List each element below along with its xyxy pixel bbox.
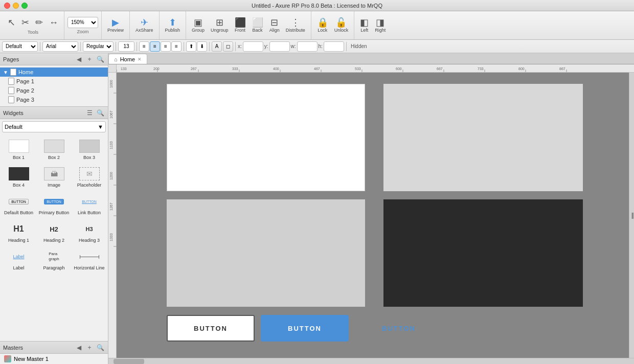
lock-button[interactable]: 🔒 Lock	[314, 16, 331, 34]
tab-close-icon[interactable]: ✕	[138, 57, 142, 62]
distribute-button[interactable]: ⋮ Distribute	[283, 16, 308, 34]
preview-button[interactable]: ▶ Preview	[105, 16, 126, 34]
tab-home[interactable]: ⌂ Home ✕	[108, 54, 147, 64]
box4-label: Box 4	[13, 183, 25, 188]
fill-color-button[interactable]: ◻	[223, 41, 233, 52]
valign-top-button[interactable]: ⬆	[186, 41, 196, 52]
widget-box2[interactable]: Box 2	[37, 136, 71, 162]
align-buttons: ≡ ≡ ≡ ≡	[139, 41, 182, 52]
page3-label: Page 3	[16, 97, 34, 103]
canvas-widget-btn-link[interactable]: BUTTON	[355, 315, 443, 342]
font-color-button[interactable]: A	[212, 41, 222, 52]
widget-box1[interactable]: Box 1	[2, 136, 35, 162]
font-size-input[interactable]	[118, 41, 134, 52]
svg-text:667: 667	[437, 67, 443, 71]
widget-default-button[interactable]: BUTTON Default Button	[2, 192, 35, 217]
valign-mid-button[interactable]: ⬇	[197, 41, 207, 52]
svg-text:867: 867	[559, 67, 565, 71]
canvas-widget-btn-primary[interactable]: BUTTON	[261, 315, 349, 342]
canvas-widget-box-light-1[interactable]	[383, 84, 583, 191]
widget-box3[interactable]: Box 3	[73, 136, 106, 162]
page-item-home[interactable]: ▼ Home	[0, 67, 108, 77]
publish-group: ⬆ Publish	[160, 11, 187, 39]
canvas[interactable]: BUTTON BUTTON BUTTON	[117, 73, 629, 358]
page-item-3[interactable]: Page 3	[0, 95, 108, 104]
master-item-label: New Master 1	[14, 356, 49, 362]
widget-primary-button[interactable]: BUTTON Primary Button	[37, 192, 71, 217]
right-panel-handle[interactable]: ▐	[629, 73, 634, 358]
weight-select[interactable]: Regular Bold Italic	[83, 41, 114, 52]
ungroup-button[interactable]: ⊞ Ungroup	[208, 16, 231, 34]
widget-hline[interactable]: Horizontal Line	[73, 247, 106, 272]
group-button[interactable]: ▣ Group	[189, 16, 207, 34]
widget-image[interactable]: 🏔 Image	[37, 164, 71, 190]
svg-text:133: 133	[121, 67, 127, 71]
canvas-scroll[interactable]: 1000 1067 1133 1200 1267 1333	[108, 73, 634, 358]
select-tool-button[interactable]: ↖	[5, 16, 18, 29]
format-bar: Default Arial Regular Bold Italic ≡ ≡ ≡ …	[0, 40, 634, 53]
pages-back-icon[interactable]: ◀	[74, 55, 83, 64]
pages-search-icon[interactable]: 🔍	[96, 55, 105, 64]
box1-thumb	[9, 140, 29, 153]
tab-bar: ⌂ Home ✕	[108, 53, 634, 64]
pen-tool-button[interactable]: ✏	[33, 16, 46, 29]
align-label: Align	[269, 28, 280, 33]
axshare-group: ✈ AxShare	[130, 11, 160, 39]
font-select[interactable]: Arial	[42, 41, 78, 52]
masters-search-icon[interactable]: 🔍	[96, 343, 105, 352]
page-item-1[interactable]: Page 1	[0, 77, 108, 86]
widget-paragraph[interactable]: Paragraph Paragraph	[37, 247, 71, 272]
hidden-label: Hidden	[351, 43, 367, 49]
canvas-widget-box-dark[interactable]	[383, 199, 583, 307]
align-justify-button[interactable]: ≡	[171, 41, 182, 52]
x-input[interactable]	[243, 41, 263, 52]
left-panel-button[interactable]: ◧ Left	[357, 16, 371, 34]
y-input[interactable]	[269, 41, 290, 52]
widgets-menu-icon[interactable]: ☰	[85, 108, 94, 118]
close-button[interactable]	[4, 3, 10, 9]
canvas-widget-box-white[interactable]	[167, 84, 365, 191]
align-button[interactable]: ⊟ Align	[267, 16, 282, 34]
align-left-button[interactable]: ≡	[139, 41, 149, 52]
preview-icon: ▶	[112, 18, 119, 27]
publish-button[interactable]: ⬆ Publish	[163, 16, 183, 34]
minimize-button[interactable]	[13, 3, 19, 9]
canvas-widget-btn-default[interactable]: BUTTON	[167, 315, 255, 342]
h-input[interactable]	[324, 41, 344, 52]
back-button[interactable]: ⬜ Back	[250, 16, 266, 34]
cut-tool-button[interactable]: ✂	[19, 16, 32, 29]
widgets-grid: Box 1 Box 2 Box 3 Box 4	[0, 134, 108, 275]
widget-link-button[interactable]: BUTTON Link Button	[73, 192, 106, 217]
unlock-button[interactable]: 🔓 Unlock	[332, 16, 351, 34]
widget-placeholder[interactable]: ✉ Placeholder	[73, 164, 106, 190]
widget-heading2[interactable]: H2 Heading 2	[37, 219, 71, 245]
align-right-button[interactable]: ≡	[161, 41, 171, 52]
page3-icon	[8, 96, 14, 103]
window-controls[interactable]	[4, 3, 28, 9]
w-input[interactable]	[297, 41, 318, 52]
widget-box4[interactable]: Box 4	[2, 164, 35, 190]
widget-label[interactable]: Label Label	[2, 247, 35, 272]
zoom-select[interactable]: 150% 100% 75% 50%	[67, 17, 98, 28]
masters-back-icon[interactable]: ◀	[74, 343, 83, 352]
front-button[interactable]: ⬛ Front	[232, 16, 248, 34]
pen-icon: ✏	[35, 18, 43, 27]
master-item-1[interactable]: New Master 1	[0, 354, 108, 364]
widgets-search-icon[interactable]: 🔍	[96, 108, 105, 118]
horizontal-scrollbar[interactable]	[108, 358, 634, 364]
widget-heading3[interactable]: H3 Heading 3	[73, 219, 106, 245]
widget-heading1[interactable]: H1 Heading 1	[2, 219, 35, 245]
canvas-widget-box-light-2[interactable]	[167, 199, 365, 307]
scrollbar-thumb[interactable]	[114, 359, 144, 364]
axshare-button[interactable]: ✈ AxShare	[133, 16, 156, 34]
masters-add-icon[interactable]: +	[85, 343, 94, 352]
style-select[interactable]: Default	[2, 41, 38, 52]
align-center-button[interactable]: ≡	[150, 41, 160, 52]
widgets-category-dropdown[interactable]: Default ▼	[2, 121, 106, 132]
maximize-button[interactable]	[21, 3, 28, 9]
right-panel-button[interactable]: ◨ Right	[372, 16, 388, 34]
page-item-2[interactable]: Page 2	[0, 86, 108, 95]
pages-add-icon[interactable]: +	[85, 55, 94, 64]
connection-tool-button[interactable]: ↔	[47, 16, 61, 29]
link-button-label: Link Button	[78, 210, 101, 215]
